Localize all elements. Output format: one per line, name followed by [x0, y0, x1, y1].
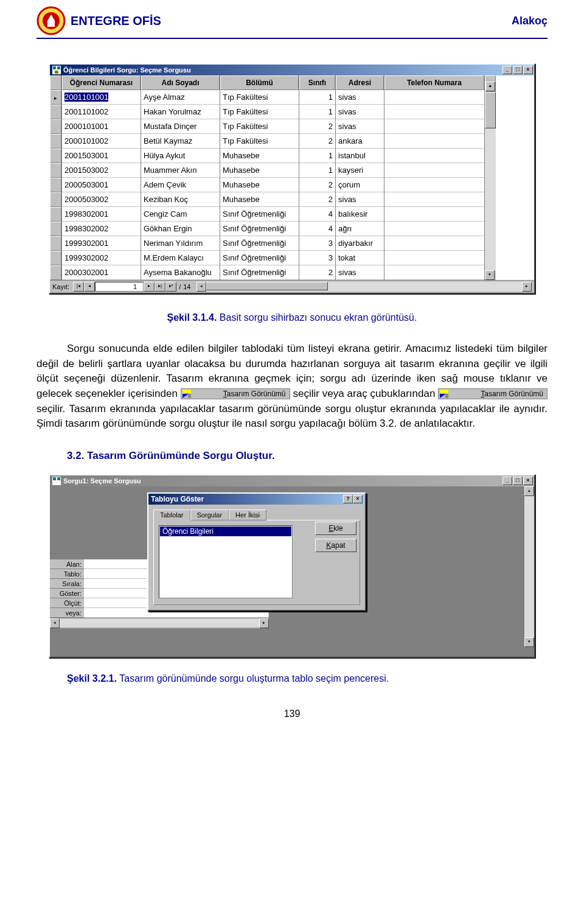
row-selector[interactable]	[50, 192, 61, 207]
scroll-left-button[interactable]: ◂	[50, 618, 60, 628]
table-cell[interactable]: 1	[299, 163, 335, 178]
table-cell[interactable]: istanbul	[336, 149, 384, 163]
datasheet-grid[interactable]: ▸Öğrenci Numarası20011010012001101002200…	[50, 75, 534, 280]
table-cell[interactable]: sivas	[336, 90, 384, 105]
table-cell[interactable]: 2001101001	[62, 90, 141, 105]
table-cell[interactable]	[384, 90, 484, 105]
scroll-down-button[interactable]: ▾	[524, 637, 534, 647]
table-cell[interactable]: 2001101002	[62, 105, 141, 119]
table-cell[interactable]: Cengiz Cam	[141, 207, 220, 222]
table-cell[interactable]: 2001503002	[62, 163, 141, 178]
maximize-button[interactable]: □	[513, 66, 523, 74]
column-header[interactable]: Adı Soyadı	[141, 75, 220, 90]
table-cell[interactable]: Neriman Yıldırım	[141, 236, 220, 251]
column-header[interactable]: Öğrenci Numarası	[62, 75, 141, 90]
table-cell[interactable]	[384, 149, 484, 163]
help-button[interactable]: ?	[343, 495, 353, 503]
table-cell[interactable]: 2000503001	[62, 178, 141, 192]
table-cell[interactable]: 2000302001	[62, 265, 141, 280]
table-cell[interactable]: 2	[299, 134, 335, 149]
table-cell[interactable]: Tıp Fakültesi	[220, 90, 299, 105]
column-header[interactable]: Bölümü	[220, 75, 299, 90]
row-selector[interactable]	[50, 207, 61, 222]
row-selector[interactable]: ▸	[50, 90, 61, 105]
table-cell[interactable]: 2001503001	[62, 149, 141, 163]
table-cell[interactable]: Aysema Bakanoğlu	[141, 265, 220, 280]
table-cell[interactable]: 1	[299, 90, 335, 105]
table-cell[interactable]	[384, 265, 484, 280]
table-cell[interactable]: sivas	[336, 192, 384, 207]
row-selector[interactable]	[50, 222, 61, 236]
nav-first-button[interactable]: |◂	[73, 282, 84, 292]
table-cell[interactable]: Sınıf Öğretmenliği	[220, 251, 299, 265]
table-cell[interactable]: 3	[299, 236, 335, 251]
table-cell[interactable]: Muhasebe	[220, 192, 299, 207]
table-cell[interactable]	[384, 192, 484, 207]
minimize-button[interactable]: _	[502, 66, 512, 74]
row-selector[interactable]	[50, 119, 61, 134]
table-cell[interactable]	[384, 119, 484, 134]
minimize-button[interactable]: _	[502, 477, 512, 485]
table-cell[interactable]: çorum	[336, 178, 384, 192]
table-cell[interactable]: 2	[299, 119, 335, 134]
column-header[interactable]: Sınıfı	[299, 75, 335, 90]
vertical-scrollbar[interactable]: ▴ ▾	[524, 486, 534, 647]
table-cell[interactable]: Tıp Fakültesi	[220, 119, 299, 134]
table-cell[interactable]: Tıp Fakültesi	[220, 134, 299, 149]
table-cell[interactable]: 4	[299, 222, 335, 236]
table-cell[interactable]: sivas	[336, 105, 384, 119]
table-cell[interactable]	[384, 163, 484, 178]
table-cell[interactable]	[384, 134, 484, 149]
table-cell[interactable]: kayseri	[336, 163, 384, 178]
table-cell[interactable]: Hülya Aykut	[141, 149, 220, 163]
table-cell[interactable]	[384, 251, 484, 265]
maximize-button[interactable]: □	[513, 477, 523, 485]
close-button[interactable]: ×	[353, 495, 363, 503]
table-cell[interactable]: Gökhan Ergin	[141, 222, 220, 236]
horizontal-scrollbar[interactable]: ◂ ▸	[196, 282, 532, 292]
table-cell[interactable]: ağrı	[336, 222, 384, 236]
table-cell[interactable]: sivas	[336, 265, 384, 280]
table-cell[interactable]: M.Erdem Kalaycı	[141, 251, 220, 265]
table-cell[interactable]: Ayşe Almaz	[141, 90, 220, 105]
table-cell[interactable]: 1999302001	[62, 236, 141, 251]
nav-last-button[interactable]: ▸|	[155, 282, 165, 292]
table-cell[interactable]	[384, 207, 484, 222]
row-selector[interactable]	[50, 236, 61, 251]
table-cell[interactable]: sivas	[336, 119, 384, 134]
table-cell[interactable]: Muhasebe	[220, 149, 299, 163]
tab-queries[interactable]: Sorgular	[190, 509, 229, 520]
column-header[interactable]: Telefon Numara	[384, 75, 484, 90]
table-cell[interactable]: balıkesir	[336, 207, 384, 222]
list-item[interactable]: Öğrenci Bilgileri	[160, 527, 291, 536]
close-dialog-button[interactable]: Kapat	[315, 539, 356, 552]
table-cell[interactable]: Tıp Fakültesi	[220, 105, 299, 119]
table-cell[interactable]: Sınıf Öğretmenliği	[220, 207, 299, 222]
table-cell[interactable]: ankara	[336, 134, 384, 149]
close-button[interactable]: ×	[523, 477, 533, 485]
table-cell[interactable]: 2	[299, 192, 335, 207]
table-cell[interactable]: 1999302002	[62, 251, 141, 265]
titlebar[interactable]: Öğrenci Bilgileri Sorgu: Seçme Sorgusu _…	[50, 65, 534, 75]
table-cell[interactable]: Adem Çevik	[141, 178, 220, 192]
table-listbox[interactable]: Öğrenci Bilgileri	[159, 525, 293, 598]
table-cell[interactable]: Sınıf Öğretmenliği	[220, 236, 299, 251]
table-cell[interactable]: 2000101002	[62, 134, 141, 149]
tab-both[interactable]: Her İkisi	[229, 509, 266, 520]
table-cell[interactable]	[384, 105, 484, 119]
table-cell[interactable]: Muhasebe	[220, 178, 299, 192]
table-cell[interactable]: Mustafa Dinçer	[141, 119, 220, 134]
row-selector[interactable]	[50, 163, 61, 178]
table-cell[interactable]: 1	[299, 149, 335, 163]
nav-next-button[interactable]: ▸	[144, 282, 155, 292]
table-cell[interactable]: Sınıf Öğretmenliği	[220, 222, 299, 236]
nav-new-button[interactable]: ▸*	[165, 282, 176, 292]
scroll-left-button[interactable]: ◂	[196, 282, 206, 292]
scroll-up-button[interactable]: ▴	[524, 486, 534, 496]
table-cell[interactable]	[384, 178, 484, 192]
column-header[interactable]: Adresi	[336, 75, 384, 90]
record-number[interactable]: 1	[95, 282, 144, 292]
row-selector[interactable]	[50, 105, 61, 119]
table-cell[interactable]: 1	[299, 105, 335, 119]
table-cell[interactable]: tokat	[336, 251, 384, 265]
